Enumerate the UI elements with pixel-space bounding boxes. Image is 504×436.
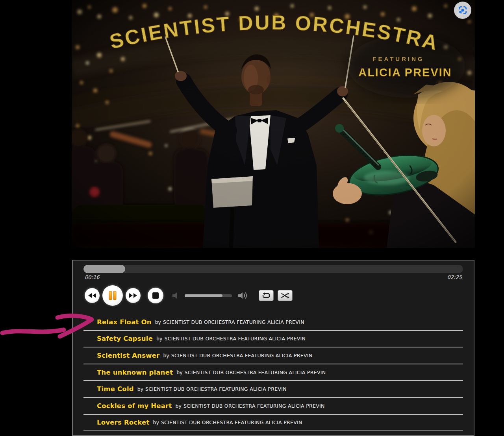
volume-slider-fill (185, 294, 222, 297)
track-artist: SCIENTIST DUB ORCHESTRA FEATURING ALICIA… (164, 336, 306, 342)
volume-min-mute-button[interactable] (172, 292, 180, 299)
track-artist: SCIENTIST DUB ORCHESTRA FEATURING ALICIA… (183, 403, 325, 409)
playlist-item[interactable]: Cockles of my HeartbySCIENTIST DUB ORCHE… (83, 398, 463, 415)
google-lens-button[interactable] (454, 2, 471, 19)
by-label: by (176, 403, 182, 409)
volume-slider[interactable] (185, 294, 232, 297)
playlist-item[interactable]: Safety CapsulebySCIENTIST DUB ORCHESTRA … (83, 331, 463, 348)
by-label: by (137, 386, 143, 392)
track-title-link[interactable]: The unknown planet (97, 369, 173, 376)
double-right-triangles-icon (129, 293, 137, 298)
playlist: Relax Float OnbySCIENTIST DUB ORCHESTRA … (83, 314, 463, 431)
shuffle-button[interactable] (278, 290, 293, 301)
by-label: by (153, 419, 159, 425)
stop-button[interactable] (148, 288, 163, 303)
playlist-item[interactable]: Relax Float OnbySCIENTIST DUB ORCHESTRA … (83, 314, 463, 331)
playlist-item[interactable]: The unknown planetbySCIENTIST DUB ORCHES… (83, 364, 463, 381)
by-label: by (176, 369, 182, 375)
playlist-item[interactable]: Lovers RocketbySCIENTIST DUB ORCHESTRA F… (83, 415, 463, 432)
pause-button[interactable] (102, 285, 123, 306)
rewind-button[interactable] (85, 288, 100, 303)
google-lens-icon (458, 5, 468, 15)
track-title-link[interactable]: Relax Float On (97, 318, 152, 326)
seek-bar-fill (83, 265, 125, 273)
featuring-label-text: FEATURING (372, 55, 424, 62)
speaker-waves-icon (238, 292, 248, 299)
volume-max-button[interactable] (238, 292, 248, 299)
track-artist: SCIENTIST DUB ORCHESTRA FEATURING ALICIA… (171, 353, 313, 358)
page: SCIENTIST DUB ORCHESTRA FEATURING ALICIA… (0, 0, 504, 436)
seek-bar[interactable] (83, 265, 463, 273)
transport-controls (73, 284, 474, 307)
by-label: by (155, 319, 161, 325)
shuffle-arrows-icon (281, 292, 289, 299)
track-artist: SCIENTIST DUB ORCHESTRA FEATURING ALICIA… (163, 319, 304, 325)
track-artist: SCIENTIST DUB ORCHESTRA FEATURING ALICIA… (185, 369, 326, 375)
featuring-artist-text: ALICIA PREVIN (358, 66, 452, 79)
playlist-item[interactable]: Scientist AnswerbySCIENTIST DUB ORCHESTR… (83, 347, 463, 364)
by-label: by (156, 336, 162, 342)
pause-bars-icon (108, 290, 117, 301)
duration-time: 02:25 (447, 274, 462, 280)
track-title-link[interactable]: Safety Capsule (97, 335, 153, 342)
stop-square-icon (152, 292, 159, 299)
time-row: 00:16 02:25 (85, 274, 462, 280)
elapsed-time: 00:16 (85, 274, 99, 280)
audio-player-panel: 00:16 02:25 (72, 260, 474, 436)
track-title-link[interactable]: Cockles of my Heart (97, 402, 172, 410)
track-title-link[interactable]: Scientist Answer (97, 352, 159, 359)
repeat-loop-icon (262, 292, 271, 299)
speaker-icon (172, 292, 180, 299)
double-left-triangles-icon (88, 293, 96, 298)
fast-forward-button[interactable] (126, 288, 141, 303)
track-title-link[interactable]: Lovers Rocket (97, 419, 150, 426)
track-title-link[interactable]: Time Cold (97, 385, 134, 393)
album-art-image: SCIENTIST DUB ORCHESTRA FEATURING ALICIA… (72, 0, 475, 248)
loop-button[interactable] (259, 290, 274, 301)
by-label: by (163, 353, 169, 358)
track-artist: SCIENTIST DUB ORCHESTRA FEATURING ALICIA… (145, 386, 287, 392)
playlist-item[interactable]: Time ColdbySCIENTIST DUB ORCHESTRA FEATU… (83, 381, 463, 398)
track-artist: SCIENTIST DUB ORCHESTRA FEATURING ALICIA… (161, 419, 302, 425)
